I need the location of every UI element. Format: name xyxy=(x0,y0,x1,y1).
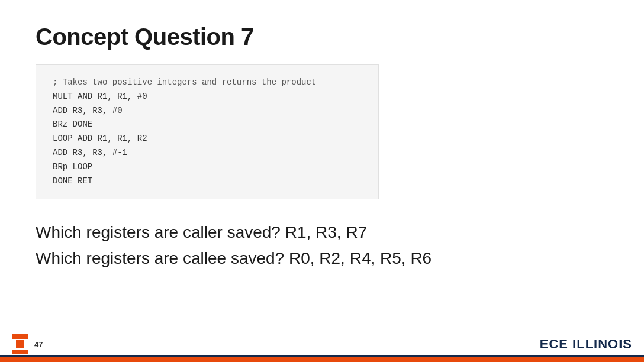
main-content: Concept Question 7 ; Takes two positive … xyxy=(0,0,644,334)
logo-middle xyxy=(16,340,24,348)
slide: Concept Question 7 ; Takes two positive … xyxy=(0,0,644,362)
page-number: 47 xyxy=(34,340,43,349)
brand-name: ECE ILLINOIS xyxy=(540,337,632,352)
slide-title: Concept Question 7 xyxy=(36,24,608,50)
footer-left: 47 xyxy=(12,334,43,354)
code-line-2: ADD R3, R3, #0 xyxy=(53,104,362,118)
code-line-7: DONE RET xyxy=(53,174,362,189)
code-line-3: BRz DONE xyxy=(53,118,362,132)
logo-bottom xyxy=(12,350,28,354)
footer-orange-bar xyxy=(0,357,644,362)
callee-saved-question: Which registers are callee saved? R0, R2… xyxy=(36,247,608,270)
caller-saved-question: Which registers are caller saved? R1, R3… xyxy=(36,221,608,244)
illinois-logo xyxy=(12,334,28,354)
questions-section: Which registers are caller saved? R1, R3… xyxy=(36,221,608,269)
code-line-6: BRp LOOP xyxy=(53,160,362,174)
code-comment: ; Takes two positive integers and return… xyxy=(53,76,362,90)
code-line-4: LOOP ADD R1, R1, R2 xyxy=(53,132,362,146)
code-line-5: ADD R3, R3, #-1 xyxy=(53,146,362,160)
footer: 47 ECE ILLINOIS xyxy=(0,334,644,362)
code-block: ; Takes two positive integers and return… xyxy=(36,64,379,199)
code-line-1: MULT AND R1, R1, #0 xyxy=(53,90,362,104)
logo-top xyxy=(12,334,28,339)
